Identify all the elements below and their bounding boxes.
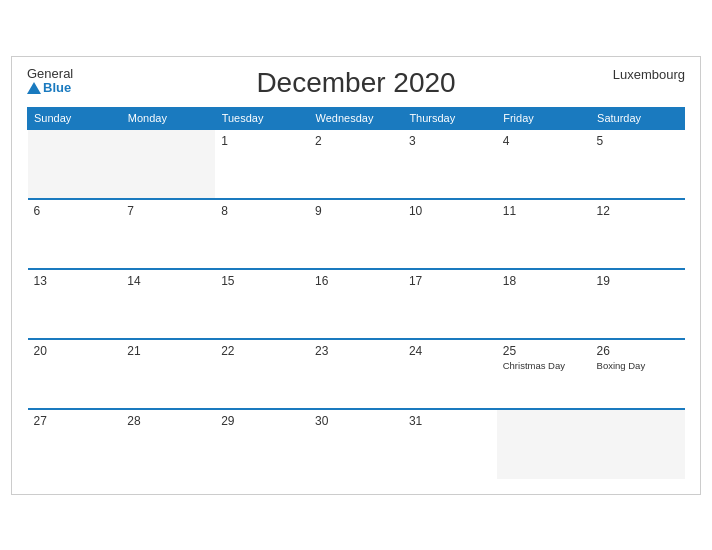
calendar-week-row: 2728293031 xyxy=(28,409,685,479)
day-number: 16 xyxy=(315,274,397,288)
calendar-day-cell: 4 xyxy=(497,129,591,199)
day-number: 9 xyxy=(315,204,397,218)
calendar-day-cell: 19 xyxy=(591,269,685,339)
day-number: 8 xyxy=(221,204,303,218)
day-number: 13 xyxy=(34,274,116,288)
day-number: 28 xyxy=(127,414,209,428)
logo-triangle-icon xyxy=(27,82,41,94)
calendar-day-cell: 3 xyxy=(403,129,497,199)
day-number: 15 xyxy=(221,274,303,288)
calendar-day-cell: 10 xyxy=(403,199,497,269)
calendar-day-cell: 11 xyxy=(497,199,591,269)
day-number: 30 xyxy=(315,414,397,428)
day-number: 11 xyxy=(503,204,585,218)
calendar-day-cell: 31 xyxy=(403,409,497,479)
day-number: 7 xyxy=(127,204,209,218)
day-number: 20 xyxy=(34,344,116,358)
day-number: 26 xyxy=(597,344,679,358)
day-number: 3 xyxy=(409,134,491,148)
calendar-day-cell: 23 xyxy=(309,339,403,409)
day-number: 23 xyxy=(315,344,397,358)
calendar-day-cell: 7 xyxy=(121,199,215,269)
calendar-day-cell: 25Christmas Day xyxy=(497,339,591,409)
calendar-day-cell: 6 xyxy=(28,199,122,269)
calendar-day-cell: 14 xyxy=(121,269,215,339)
calendar-day-cell: 24 xyxy=(403,339,497,409)
day-number: 14 xyxy=(127,274,209,288)
calendar-day-cell: 18 xyxy=(497,269,591,339)
header-friday: Friday xyxy=(497,107,591,129)
calendar-day-cell: 27 xyxy=(28,409,122,479)
calendar-day-cell: 16 xyxy=(309,269,403,339)
calendar-week-row: 13141516171819 xyxy=(28,269,685,339)
calendar-day-cell: 28 xyxy=(121,409,215,479)
day-number: 21 xyxy=(127,344,209,358)
calendar-day-cell: 22 xyxy=(215,339,309,409)
day-number: 2 xyxy=(315,134,397,148)
calendar-day-cell: 15 xyxy=(215,269,309,339)
calendar-week-row: 6789101112 xyxy=(28,199,685,269)
day-number: 19 xyxy=(597,274,679,288)
month-title: December 2020 xyxy=(256,67,455,99)
day-number: 31 xyxy=(409,414,491,428)
day-number: 10 xyxy=(409,204,491,218)
day-number: 25 xyxy=(503,344,585,358)
country-label: Luxembourg xyxy=(613,67,685,82)
calendar-day-cell: 21 xyxy=(121,339,215,409)
day-number: 17 xyxy=(409,274,491,288)
calendar-wrapper: General Blue December 2020 Luxembourg Su… xyxy=(11,56,701,495)
calendar-header: General Blue December 2020 Luxembourg xyxy=(27,67,685,99)
calendar-day-cell: 26Boxing Day xyxy=(591,339,685,409)
calendar-day-cell xyxy=(121,129,215,199)
calendar-day-cell: 9 xyxy=(309,199,403,269)
calendar-day-cell xyxy=(497,409,591,479)
calendar-day-cell: 12 xyxy=(591,199,685,269)
calendar-day-cell: 5 xyxy=(591,129,685,199)
day-number: 6 xyxy=(34,204,116,218)
calendar-day-cell xyxy=(28,129,122,199)
logo-blue-text: Blue xyxy=(27,81,73,95)
header-saturday: Saturday xyxy=(591,107,685,129)
calendar-day-cell: 30 xyxy=(309,409,403,479)
day-number: 5 xyxy=(597,134,679,148)
header-sunday: Sunday xyxy=(28,107,122,129)
header-thursday: Thursday xyxy=(403,107,497,129)
logo-general-text: General xyxy=(27,67,73,81)
calendar-day-cell: 2 xyxy=(309,129,403,199)
holiday-name: Christmas Day xyxy=(503,360,585,371)
day-number: 22 xyxy=(221,344,303,358)
day-number: 12 xyxy=(597,204,679,218)
day-number: 29 xyxy=(221,414,303,428)
calendar-day-cell: 13 xyxy=(28,269,122,339)
calendar-day-cell: 1 xyxy=(215,129,309,199)
day-number: 18 xyxy=(503,274,585,288)
calendar-day-cell: 17 xyxy=(403,269,497,339)
calendar-day-cell: 29 xyxy=(215,409,309,479)
day-number: 1 xyxy=(221,134,303,148)
day-number: 4 xyxy=(503,134,585,148)
day-number: 24 xyxy=(409,344,491,358)
header-monday: Monday xyxy=(121,107,215,129)
header-wednesday: Wednesday xyxy=(309,107,403,129)
calendar-table: Sunday Monday Tuesday Wednesday Thursday… xyxy=(27,107,685,479)
holiday-name: Boxing Day xyxy=(597,360,679,371)
calendar-week-row: 202122232425Christmas Day26Boxing Day xyxy=(28,339,685,409)
logo: General Blue xyxy=(27,67,73,96)
day-number: 27 xyxy=(34,414,116,428)
calendar-day-cell xyxy=(591,409,685,479)
weekday-header-row: Sunday Monday Tuesday Wednesday Thursday… xyxy=(28,107,685,129)
header-tuesday: Tuesday xyxy=(215,107,309,129)
calendar-day-cell: 8 xyxy=(215,199,309,269)
calendar-week-row: 12345 xyxy=(28,129,685,199)
calendar-day-cell: 20 xyxy=(28,339,122,409)
